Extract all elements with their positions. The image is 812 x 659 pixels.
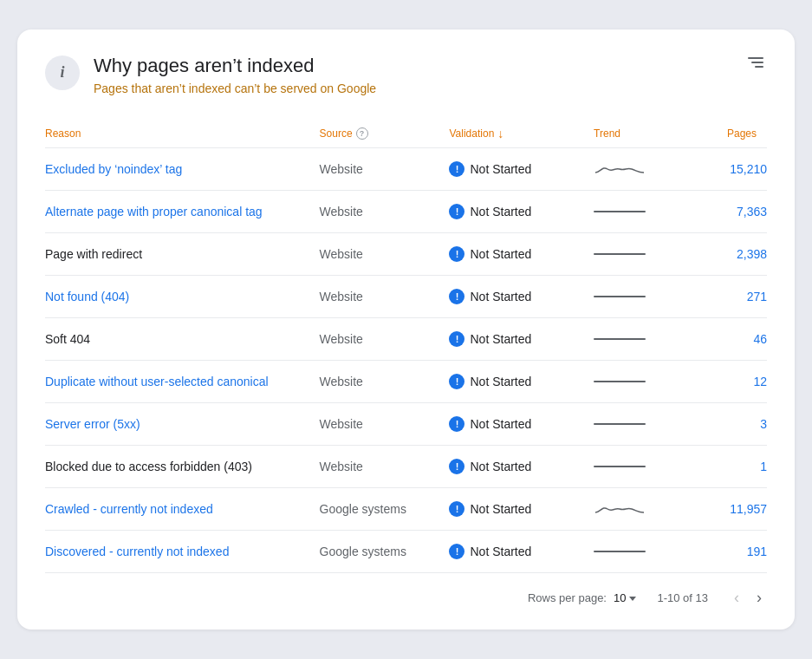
- source-help-icon[interactable]: ?: [356, 127, 368, 140]
- cell-pages[interactable]: 11,957: [709, 488, 767, 531]
- cell-source: Website: [320, 191, 450, 233]
- cell-trend: [594, 276, 709, 318]
- not-started-icon: [449, 289, 464, 304]
- trend-flat-icon: [594, 330, 698, 348]
- not-started-label: Not Started: [470, 502, 531, 516]
- table-row: Excluded by ‘noindex’ tagWebsiteNot Star…: [45, 148, 767, 191]
- col-pages: Pages: [709, 120, 767, 148]
- rows-per-page-label: Rows per page:: [528, 591, 607, 604]
- cell-pages[interactable]: 271: [709, 276, 767, 318]
- prev-page-button[interactable]: ‹: [729, 587, 744, 609]
- pagination-bar: Rows per page: 10 1-10 of 13 ‹ ›: [45, 573, 767, 612]
- cell-pages[interactable]: 15,210: [709, 148, 767, 191]
- cell-validation: Not Started: [449, 446, 594, 488]
- trend-flat-icon: [594, 373, 698, 390]
- cell-reason[interactable]: Duplicate without user-selected canonica…: [45, 361, 320, 403]
- trend-flat-icon: [594, 543, 698, 560]
- cell-pages[interactable]: 46: [709, 318, 767, 361]
- cell-source: Google systems: [320, 531, 450, 573]
- cell-reason[interactable]: Not found (404): [45, 276, 320, 318]
- cell-reason[interactable]: Excluded by ‘noindex’ tag: [45, 148, 320, 191]
- trend-wavy-icon: [594, 160, 698, 178]
- not-started-icon: [449, 416, 464, 432]
- cell-reason[interactable]: Discovered - currently not indexed: [45, 531, 320, 573]
- cell-source: Website: [320, 233, 450, 276]
- table-row: Discovered - currently not indexedGoogle…: [45, 531, 767, 573]
- trend-flat-icon: [594, 415, 698, 433]
- cell-reason[interactable]: Server error (5xx): [45, 403, 320, 446]
- cell-source: Website: [320, 276, 450, 318]
- table-row: Page with redirectWebsiteNot Started2,39…: [45, 233, 767, 276]
- table-row: Soft 404WebsiteNot Started46: [45, 318, 767, 361]
- filter-lines-icon: [748, 57, 763, 68]
- cell-pages[interactable]: 191: [709, 531, 767, 573]
- not-started-label: Not Started: [470, 290, 531, 303]
- table-row: Server error (5xx)WebsiteNot Started3: [45, 403, 767, 446]
- next-page-button[interactable]: ›: [751, 587, 767, 609]
- page-title: Why pages aren’t indexed: [94, 54, 376, 79]
- cell-reason[interactable]: Alternate page with proper canonical tag: [45, 191, 320, 233]
- indexing-table: Reason Source ? Validation ↓ Trend Pages: [45, 120, 767, 573]
- not-started-icon: [449, 544, 464, 559]
- cell-pages[interactable]: 7,363: [709, 191, 767, 233]
- cell-trend: [594, 233, 709, 276]
- cell-trend: [594, 318, 709, 361]
- cell-pages[interactable]: 2,398: [709, 233, 767, 276]
- main-card: i Why pages aren’t indexed Pages that ar…: [17, 29, 795, 630]
- col-reason: Reason: [45, 120, 320, 148]
- not-started-label: Not Started: [470, 332, 531, 346]
- cell-validation: Not Started: [449, 233, 594, 276]
- not-started-label: Not Started: [470, 162, 531, 176]
- cell-trend: [594, 446, 709, 488]
- cell-pages[interactable]: 3: [709, 403, 767, 446]
- col-validation: Validation ↓: [449, 120, 594, 148]
- cell-trend: [594, 403, 709, 446]
- rows-per-page-select[interactable]: 10: [614, 591, 636, 604]
- cell-trend: [594, 531, 709, 573]
- cell-pages[interactable]: 1: [709, 446, 767, 488]
- not-started-label: Not Started: [470, 205, 531, 219]
- cell-reason: Soft 404: [45, 318, 320, 361]
- rows-per-page: Rows per page: 10: [528, 591, 637, 604]
- cell-validation: Not Started: [449, 361, 594, 403]
- card-header: i Why pages aren’t indexed Pages that ar…: [45, 54, 767, 96]
- cell-validation: Not Started: [449, 191, 594, 233]
- not-started-label: Not Started: [470, 545, 531, 558]
- cell-validation: Not Started: [449, 276, 594, 318]
- table-row: Crawled - currently not indexedGoogle sy…: [45, 488, 767, 531]
- cell-trend: [594, 148, 709, 191]
- cell-source: Website: [320, 403, 450, 446]
- info-icon: i: [45, 55, 80, 90]
- chevron-down-icon: [629, 597, 636, 601]
- col-trend: Trend: [594, 120, 709, 148]
- cell-source: Google systems: [320, 488, 450, 531]
- cell-trend: [594, 361, 709, 403]
- filter-button[interactable]: [744, 54, 767, 71]
- sort-arrow-icon[interactable]: ↓: [497, 127, 503, 140]
- table-row: Blocked due to access forbidden (403)Web…: [45, 446, 767, 488]
- cell-validation: Not Started: [449, 531, 594, 573]
- table-row: Not found (404)WebsiteNot Started271: [45, 276, 767, 318]
- trend-flat-icon: [594, 458, 698, 475]
- cell-validation: Not Started: [449, 488, 594, 531]
- cell-reason[interactable]: Crawled - currently not indexed: [45, 488, 320, 531]
- not-started-label: Not Started: [470, 247, 531, 261]
- not-started-icon: [449, 161, 464, 177]
- not-started-icon: [449, 501, 464, 517]
- not-started-icon: [449, 459, 464, 474]
- cell-source: Website: [320, 446, 450, 488]
- header-text: Why pages aren’t indexed Pages that aren…: [94, 54, 376, 96]
- cell-trend: [594, 488, 709, 531]
- cell-pages[interactable]: 12: [709, 361, 767, 403]
- not-started-icon: [449, 246, 464, 262]
- not-started-label: Not Started: [470, 460, 531, 473]
- col-source: Source ?: [320, 120, 450, 148]
- cell-reason: Page with redirect: [45, 233, 320, 276]
- page-info: 1-10 of 13: [657, 591, 708, 604]
- trend-flat-icon: [594, 203, 698, 220]
- trend-flat-icon: [594, 288, 698, 305]
- not-started-icon: [449, 204, 464, 219]
- not-started-icon: [449, 331, 464, 347]
- cell-reason: Blocked due to access forbidden (403): [45, 446, 320, 488]
- cell-source: Website: [320, 318, 450, 361]
